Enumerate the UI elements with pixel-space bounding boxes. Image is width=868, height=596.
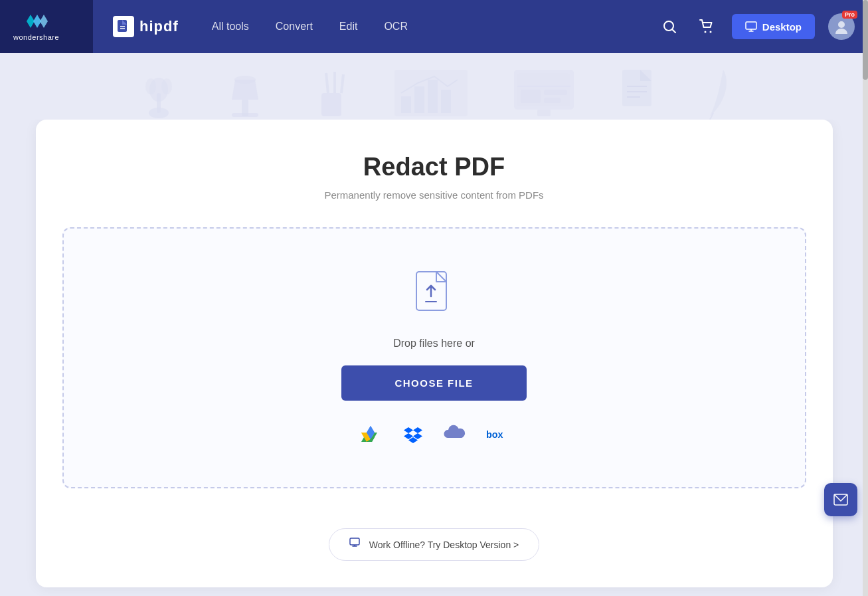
desktop-banner[interactable]: Work Offline? Try Desktop Version > — [329, 528, 540, 561]
desktop-banner-icon — [349, 537, 363, 552]
google-drive-icon[interactable] — [359, 423, 383, 447]
hero-background — [0, 53, 868, 120]
wondershare-icon — [25, 12, 48, 31]
desktop-small-icon — [349, 537, 363, 550]
hipdf-icon-box — [113, 16, 134, 37]
cart-icon — [699, 19, 714, 34]
chart-illustration — [391, 66, 471, 120]
svg-rect-34 — [544, 98, 561, 103]
svg-point-10 — [838, 21, 845, 28]
plant-illustration — [139, 66, 179, 120]
upload-area: Drop files here or CHOOSE FILE — [62, 227, 806, 488]
svg-text:box: box — [486, 429, 503, 440]
svg-rect-20 — [321, 93, 341, 116]
svg-line-4 — [672, 30, 675, 33]
svg-line-23 — [341, 74, 343, 93]
main-card: Redact PDF Permanently remove sensitive … — [36, 120, 833, 587]
upload-icon — [411, 268, 458, 322]
nav-edit[interactable]: Edit — [339, 21, 358, 33]
svg-rect-25 — [401, 96, 411, 113]
cart-button[interactable] — [695, 15, 719, 39]
main-content: Redact PDF Permanently remove sensitive … — [0, 120, 868, 596]
page-title: Redact PDF — [62, 153, 806, 181]
dropbox-icon[interactable] — [401, 423, 425, 447]
nav-links: All tools Convert Edit OCR — [212, 21, 657, 33]
search-button[interactable] — [657, 15, 681, 39]
brand-section: wondershare — [0, 0, 93, 53]
drop-files-text: Drop files here or — [393, 338, 475, 349]
hero-illustrations — [139, 66, 730, 120]
scrollbar-thumb[interactable] — [863, 0, 868, 80]
lamp-illustration — [218, 66, 272, 120]
nav-convert[interactable]: Convert — [276, 21, 313, 33]
pro-badge: Pro — [842, 11, 857, 19]
pencils-illustration — [311, 66, 351, 120]
svg-rect-17 — [232, 113, 258, 117]
avatar-icon — [833, 18, 850, 35]
svg-rect-32 — [521, 90, 541, 103]
svg-rect-35 — [537, 110, 551, 116]
desktop-button[interactable]: Desktop — [732, 14, 815, 39]
svg-point-6 — [709, 31, 711, 33]
svg-point-15 — [161, 78, 172, 94]
floating-email-button[interactable] — [824, 483, 857, 516]
hipdf-text: hipdf — [139, 18, 179, 35]
hipdf-icon — [116, 19, 131, 35]
svg-rect-7 — [746, 22, 756, 29]
desktop-icon — [745, 21, 757, 33]
desktop-banner-wrapper: Work Offline? Try Desktop Version > — [62, 508, 806, 561]
svg-point-14 — [145, 78, 156, 94]
svg-point-5 — [704, 31, 706, 33]
svg-rect-33 — [544, 90, 567, 95]
wondershare-logo: wondershare — [13, 12, 59, 41]
user-avatar-button[interactable]: Pro — [828, 13, 855, 40]
cloud-service-icons: box — [359, 423, 510, 447]
desktop-banner-text: Work Offline? Try Desktop Version > — [369, 540, 519, 550]
navbar: wondershare hipdf All tools Convert Edit… — [0, 0, 868, 53]
svg-rect-27 — [428, 80, 438, 113]
choose-file-button[interactable]: CHOOSE FILE — [341, 365, 526, 401]
email-icon — [833, 492, 849, 508]
monitor-illustration — [511, 66, 577, 120]
nav-actions: Desktop Pro — [657, 13, 855, 40]
feather-illustration — [697, 66, 730, 120]
svg-point-19 — [234, 76, 256, 84]
wondershare-text: wondershare — [13, 33, 59, 41]
nav-all-tools[interactable]: All tools — [212, 21, 249, 33]
box-icon[interactable]: box — [486, 423, 510, 447]
svg-rect-26 — [414, 86, 424, 113]
nav-ocr[interactable]: OCR — [384, 21, 408, 33]
page-subtitle: Permanently remove sensitive content fro… — [62, 189, 806, 201]
file-upload-icon — [411, 268, 458, 322]
scrollbar[interactable] — [863, 0, 868, 596]
search-icon — [662, 19, 677, 34]
hipdf-logo: hipdf — [113, 16, 179, 37]
document-illustration — [617, 66, 657, 120]
desktop-btn-label: Desktop — [762, 21, 802, 33]
svg-rect-36 — [622, 70, 651, 106]
onedrive-icon[interactable] — [444, 423, 468, 447]
svg-rect-28 — [441, 90, 451, 113]
svg-line-21 — [326, 73, 328, 93]
svg-rect-46 — [350, 538, 359, 545]
